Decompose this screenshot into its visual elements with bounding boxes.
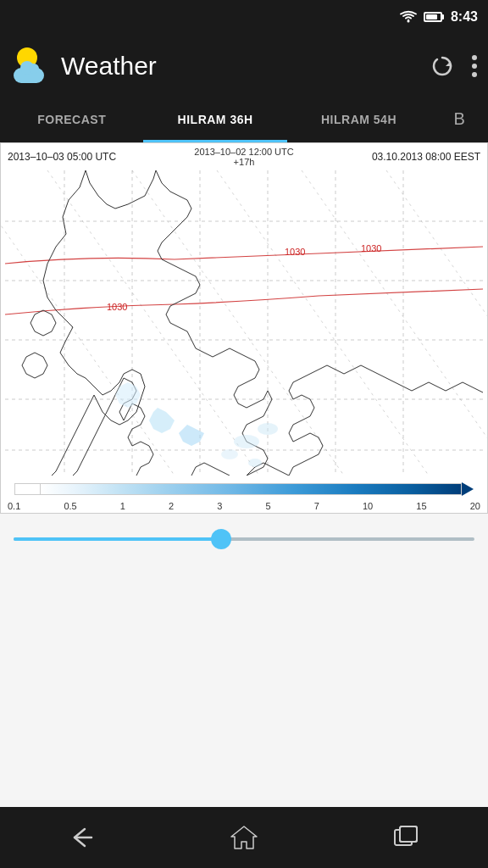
legend-gradient-bar — [40, 483, 462, 495]
map-canvas: 1030 1030 1030 1020 — [1, 170, 487, 476]
recents-icon — [393, 825, 420, 850]
slider-track[interactable] — [14, 537, 474, 541]
battery-icon — [424, 12, 444, 22]
legend-labels: 0.1 0.5 1 2 3 5 7 10 15 20 — [1, 499, 487, 513]
more-icon[interactable] — [471, 54, 478, 78]
app-title: Weather — [61, 52, 157, 81]
svg-text:1030: 1030 — [285, 247, 305, 257]
tab-more[interactable]: B — [430, 98, 488, 142]
app-bar-left: Weather — [10, 46, 157, 86]
home-button[interactable] — [219, 821, 269, 854]
svg-text:1030: 1030 — [361, 243, 381, 253]
wifi-icon — [400, 10, 417, 24]
back-icon — [68, 826, 95, 849]
svg-rect-36 — [400, 826, 417, 842]
legend-container — [1, 476, 487, 499]
tab-forecast[interactable]: FORECAST — [0, 98, 143, 142]
svg-point-0 — [407, 20, 409, 23]
main-content: 2013–10–03 05:00 UTC 2013–10–02 12:00 UT… — [0, 142, 488, 868]
slider-fill — [14, 537, 221, 541]
map-svg: 1030 1030 1030 1020 — [1, 170, 487, 476]
refresh-icon[interactable] — [430, 54, 454, 78]
home-icon — [230, 825, 258, 850]
map-header: 2013–10–03 05:00 UTC 2013–10–02 12:00 UT… — [1, 143, 487, 170]
app-bar-right — [430, 54, 478, 78]
back-button[interactable] — [56, 821, 107, 854]
legend-bar-row — [8, 479, 480, 499]
svg-point-33 — [221, 449, 238, 459]
slider-thumb[interactable] — [211, 529, 231, 549]
svg-point-2 — [472, 55, 477, 60]
app-bar: Weather — [0, 34, 488, 98]
svg-point-32 — [258, 423, 278, 435]
legend-arrow — [462, 482, 474, 496]
legend-white — [14, 483, 40, 495]
svg-point-31 — [234, 435, 259, 448]
timestamp-center-line1: 2013–10–02 12:00 UTC — [194, 147, 293, 157]
app-icon — [10, 46, 51, 86]
svg-point-3 — [472, 64, 477, 69]
tab-bar: FORECAST HILRAM 36H HILRAM 54H B — [0, 98, 488, 142]
tab-hilram-54h[interactable]: HILRAM 54H — [287, 98, 430, 142]
status-bar: 8:43 — [0, 0, 488, 34]
timestamp-center-line2: +17h — [194, 157, 293, 167]
svg-point-34 — [248, 459, 262, 467]
nav-bar — [0, 807, 488, 868]
slider-container — [0, 514, 488, 565]
status-time: 8:43 — [451, 9, 478, 25]
svg-text:1030: 1030 — [107, 302, 127, 312]
recents-button[interactable] — [381, 821, 432, 854]
svg-point-4 — [472, 72, 477, 77]
timestamp-right: 03.10.2013 08:00 EEST — [372, 151, 480, 163]
tab-hilram-36h[interactable]: HILRAM 36H — [143, 98, 286, 142]
timestamp-left: 2013–10–03 05:00 UTC — [8, 151, 116, 163]
map-header-center: 2013–10–02 12:00 UTC +17h — [194, 147, 293, 167]
map-container: 2013–10–03 05:00 UTC 2013–10–02 12:00 UT… — [0, 142, 488, 514]
